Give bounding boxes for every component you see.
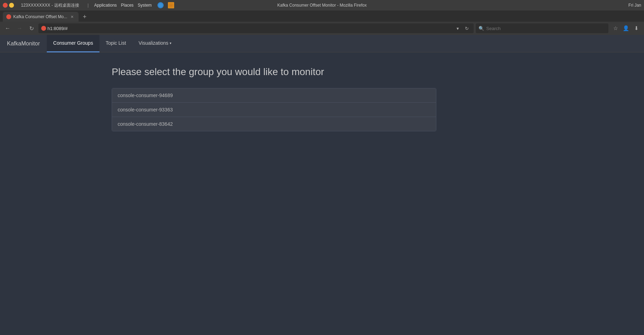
forward-button[interactable]: → <box>15 23 24 33</box>
back-button[interactable]: ← <box>3 23 13 33</box>
main-content: Please select the group you would like t… <box>0 52 644 335</box>
app-places[interactable]: Places <box>121 3 134 8</box>
tab-title: Kafka Consumer Offset Mo... <box>13 14 67 19</box>
window-title-center: Kafka Consumer Offset Monitor - Mozilla … <box>277 3 367 8</box>
url-text: h1:8089/# <box>47 26 452 31</box>
url-refresh-btn[interactable]: ↻ <box>462 24 471 32</box>
os-title: 123XXXXXXXX - 远程桌面连接 <box>21 2 79 8</box>
group-item-1[interactable]: console-consumer-93363 <box>112 103 436 117</box>
tab-bar: Kafka Consumer Offset Mo... ✕ + <box>0 10 644 22</box>
datetime: Fri Jan <box>628 3 641 8</box>
window-controls[interactable] <box>3 3 14 8</box>
group-item-0[interactable]: console-consumer-94689 <box>112 88 436 103</box>
close-button[interactable] <box>3 3 8 8</box>
bookmark-sync-button[interactable]: 👤 <box>621 23 631 33</box>
tab-favicon <box>6 14 11 19</box>
url-dropdown-btn[interactable]: ▾ <box>453 24 462 32</box>
address-bar: ← → ↻ h1:8089/# ▾ ↻ 🔍 ☆ 👤 ⬇ <box>0 22 644 35</box>
app-system[interactable]: System <box>138 3 152 8</box>
nav-consumer-groups[interactable]: Consumer Groups <box>47 35 99 52</box>
consumer-groups-list: console-consumer-94689 console-consumer-… <box>112 88 436 131</box>
minimize-button[interactable] <box>9 3 14 8</box>
url-favicon <box>41 26 46 31</box>
page-heading: Please select the group you would like t… <box>112 66 637 78</box>
os-separator: | <box>88 3 89 8</box>
star-icon <box>168 2 174 8</box>
tab-close-button[interactable]: ✕ <box>69 14 75 20</box>
search-input[interactable] <box>486 26 606 31</box>
new-tab-button[interactable]: + <box>80 12 90 22</box>
search-icon: 🔍 <box>479 26 484 31</box>
reload-button[interactable]: ↻ <box>27 23 36 33</box>
app-applications[interactable]: Applications <box>94 3 117 8</box>
group-item-2[interactable]: console-consumer-83642 <box>112 117 436 131</box>
browser-action-buttons: ☆ 👤 ⬇ <box>610 23 641 33</box>
bookmark-star-button[interactable]: ☆ <box>610 23 620 33</box>
os-taskbar: 123XXXXXXXX - 远程桌面连接 | Applications Plac… <box>0 0 644 10</box>
browser-icon[interactable] <box>157 2 164 8</box>
browser-chrome: Kafka Consumer Offset Mo... ✕ + ← → ↻ h1… <box>0 10 644 35</box>
nav-visualizations[interactable]: Visualizations ▾ <box>132 35 178 52</box>
search-bar-container[interactable]: 🔍 <box>476 23 608 33</box>
app-content: KafkaMonitor Consumer Groups Topic List … <box>0 35 644 335</box>
url-bar[interactable]: h1:8089/# ▾ ↻ <box>38 23 474 33</box>
nav-topic-list[interactable]: Topic List <box>99 35 132 52</box>
dropdown-arrow-icon: ▾ <box>170 41 171 45</box>
kafka-navbar: KafkaMonitor Consumer Groups Topic List … <box>0 35 644 52</box>
browser-tab-active[interactable]: Kafka Consumer Offset Mo... ✕ <box>3 12 79 22</box>
download-button[interactable]: ⬇ <box>631 23 641 33</box>
kafka-brand[interactable]: KafkaMonitor <box>0 35 47 52</box>
